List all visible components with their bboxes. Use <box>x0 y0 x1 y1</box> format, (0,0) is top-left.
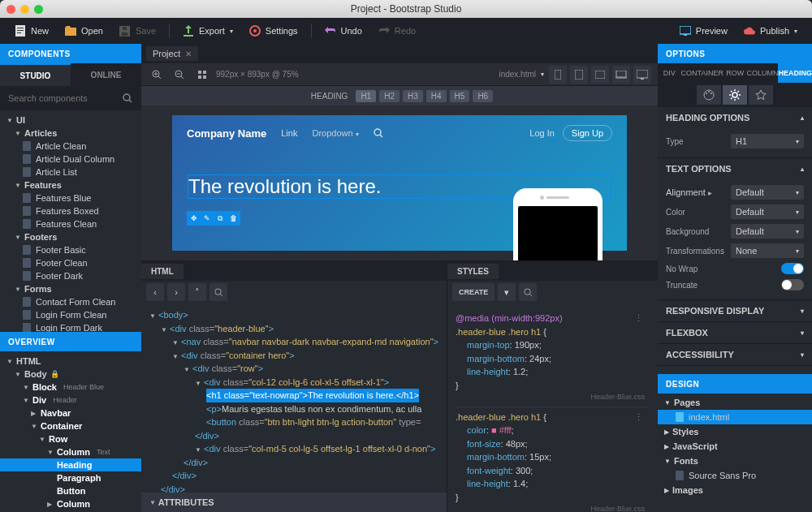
design-index[interactable]: index.html <box>658 410 812 424</box>
zoom-out-button[interactable] <box>171 66 188 84</box>
ov-block[interactable]: ▼BlockHeader Blue <box>0 381 141 394</box>
transformations-select[interactable]: None▾ <box>731 243 804 258</box>
canvas-link[interactable]: Link <box>281 128 297 138</box>
ov-row[interactable]: ▼Row <box>0 432 141 445</box>
group-forms[interactable]: ▼Forms <box>0 282 141 295</box>
search-button[interactable] <box>209 283 227 301</box>
h2-button[interactable]: H2 <box>379 90 400 102</box>
palette-icon[interactable] <box>697 85 721 105</box>
opt-tab-column[interactable]: COLUMN <box>746 63 778 83</box>
opt-tab-heading[interactable]: HEADING <box>778 63 812 83</box>
nav-back-button[interactable]: ‹ <box>146 283 164 301</box>
create-dropdown[interactable]: ▾ <box>498 283 516 301</box>
zoom-in-button[interactable] <box>148 66 166 84</box>
gear-icon[interactable] <box>723 85 747 105</box>
h5-button[interactable]: H5 <box>450 90 470 102</box>
group-footers[interactable]: ▼Footers <box>0 230 141 243</box>
close-window-button[interactable] <box>6 5 15 14</box>
nav-up-button[interactable]: ˄ <box>188 283 206 301</box>
open-button[interactable]: Open <box>58 22 110 40</box>
document-tab[interactable]: Project✕ <box>146 46 198 61</box>
filename[interactable]: index.html <box>499 70 536 79</box>
component-item[interactable]: Footer Dark <box>0 269 141 282</box>
tab-studio[interactable]: STUDIO <box>0 63 71 86</box>
group-articles[interactable]: ▼Articles <box>0 127 141 140</box>
grid-button[interactable] <box>193 66 211 84</box>
component-item[interactable]: Footer Clean <box>0 256 141 269</box>
search-input[interactable] <box>8 93 122 103</box>
minimize-window-button[interactable] <box>20 5 29 14</box>
text-options-section[interactable]: TEXT OPTIONS▴ <box>658 158 812 179</box>
component-item[interactable]: Article Clean <box>0 140 141 153</box>
design-images[interactable]: ▶Images <box>658 483 812 497</box>
canvas-dropdown[interactable]: Dropdown ▾ <box>312 128 358 138</box>
chevron-down-icon[interactable]: ▾ <box>541 71 544 78</box>
nav-fwd-button[interactable]: › <box>167 283 185 301</box>
opt-tab-div[interactable]: DIV <box>658 63 681 83</box>
settings-button[interactable]: Settings <box>243 22 304 40</box>
design-fonts[interactable]: ▼Fonts <box>658 454 812 468</box>
component-item[interactable]: Login Form Clean <box>0 308 141 321</box>
styles-tab[interactable]: STYLES <box>447 264 499 279</box>
ov-paragraph[interactable]: Paragraph <box>0 471 141 484</box>
component-item[interactable]: Login Form Dark <box>0 321 141 332</box>
design-font-item[interactable]: Source Sans Pro <box>658 468 812 483</box>
styles-search[interactable] <box>519 283 537 301</box>
export-button[interactable]: Export▾ <box>176 22 240 40</box>
ov-body[interactable]: ▼Body🔒 <box>0 368 141 381</box>
canvas-area[interactable]: Company Name Link Dropdown ▾ Log In Sign… <box>141 105 658 260</box>
h6-button[interactable]: H6 <box>473 90 493 102</box>
component-item[interactable]: Contact Form Clean <box>0 295 141 308</box>
search-icon[interactable] <box>122 93 133 104</box>
ov-heading[interactable]: Heading <box>0 458 141 471</box>
device-phone[interactable] <box>549 66 567 84</box>
device-desktop[interactable] <box>633 66 651 84</box>
publish-button[interactable]: Publish▾ <box>737 22 804 40</box>
canvas-brand[interactable]: Company Name <box>187 127 266 140</box>
background-select[interactable]: Default▾ <box>731 224 804 239</box>
h4-button[interactable]: H4 <box>426 90 447 102</box>
create-button[interactable]: CREATE <box>452 283 495 301</box>
h3-button[interactable]: H3 <box>403 90 423 102</box>
ov-column[interactable]: ▼ColumnText <box>0 445 141 458</box>
component-item[interactable]: Features Boxed <box>0 204 141 217</box>
alignment-select[interactable]: Default▾ <box>731 185 804 200</box>
component-item[interactable]: Footer Basic <box>0 243 141 256</box>
canvas-search-icon[interactable] <box>374 128 383 138</box>
html-code-view[interactable]: ▼ <body>▼ <div class="header-blue">▼ <na… <box>141 303 447 493</box>
design-javascript[interactable]: ▶JavaScript <box>658 439 812 454</box>
group-features[interactable]: ▼Features <box>0 179 141 191</box>
responsive-section[interactable]: RESPONSIVE DISPLAY▾ <box>658 300 812 321</box>
ov-div[interactable]: ▼DivHeader <box>0 394 141 407</box>
component-item[interactable]: Article Dual Column <box>0 153 141 166</box>
preview-canvas[interactable]: Company Name Link Dropdown ▾ Log In Sign… <box>172 115 627 251</box>
nowrap-toggle[interactable] <box>781 263 804 274</box>
redo-button[interactable]: Redo <box>372 22 422 40</box>
type-select[interactable]: H1▾ <box>731 134 804 148</box>
ov-button[interactable]: Button <box>0 484 141 497</box>
css-code-view[interactable]: ⋮@media (min-width:992px).header-blue .h… <box>447 303 658 512</box>
ov-container[interactable]: ▼Container <box>0 419 141 432</box>
star-icon[interactable] <box>749 85 773 105</box>
opt-tab-row[interactable]: ROW <box>723 63 747 83</box>
component-item[interactable]: Article List <box>0 166 141 179</box>
color-select[interactable]: Default▾ <box>731 204 804 219</box>
ov-html[interactable]: ▼HTML <box>0 355 141 368</box>
device-tablet[interactable] <box>570 66 588 84</box>
device-laptop[interactable] <box>612 66 630 84</box>
canvas-login[interactable]: Log In <box>529 128 555 138</box>
zoom-window-button[interactable] <box>34 5 43 14</box>
truncate-toggle[interactable] <box>781 279 804 290</box>
undo-button[interactable]: Undo <box>318 22 369 40</box>
canvas-signup[interactable]: Sign Up <box>563 125 612 141</box>
close-icon[interactable]: ✕ <box>185 49 192 58</box>
accessibility-section[interactable]: ACCESSIBILITY▾ <box>658 344 812 365</box>
ov-column2[interactable]: ▶Column <box>0 497 141 510</box>
design-pages[interactable]: ▼Pages <box>658 395 812 410</box>
save-button[interactable]: Save <box>113 22 162 40</box>
html-tab[interactable]: HTML <box>141 264 184 279</box>
attributes-header[interactable]: ▼ ATTRIBUTES <box>141 493 447 512</box>
preview-button[interactable]: Preview <box>673 22 734 40</box>
design-styles[interactable]: ▶Styles <box>658 424 812 439</box>
tab-online[interactable]: ONLINE <box>71 63 141 86</box>
